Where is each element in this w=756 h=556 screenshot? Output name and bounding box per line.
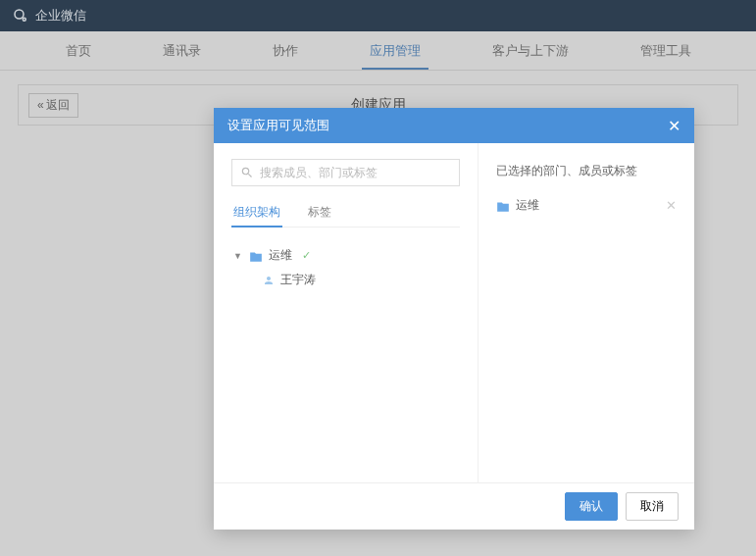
app-header: 企业微信 bbox=[0, 0, 756, 31]
check-icon: ✓ bbox=[302, 249, 311, 262]
org-tree: ▼ 运维 ✓ 王宇涛 bbox=[231, 237, 460, 292]
modal-footer: 确认 取消 bbox=[214, 482, 694, 530]
caret-down-icon: ▼ bbox=[233, 251, 243, 261]
tree-member-label: 王宇涛 bbox=[280, 272, 316, 288]
visibility-scope-modal: 设置应用可见范围 ✕ 组织架构 标签 ▼ 运维 ✓ bbox=[214, 108, 694, 530]
remove-icon[interactable]: ✕ bbox=[666, 198, 677, 213]
folder-icon bbox=[496, 200, 510, 212]
modal-header: 设置应用可见范围 ✕ bbox=[214, 108, 694, 143]
search-input[interactable] bbox=[260, 166, 451, 179]
search-icon bbox=[240, 166, 254, 179]
selector-panel: 组织架构 标签 ▼ 运维 ✓ 王宇涛 bbox=[214, 143, 479, 482]
app-name: 企业微信 bbox=[35, 7, 86, 25]
tree-member-row[interactable]: 王宇涛 bbox=[261, 268, 460, 292]
cancel-button[interactable]: 取消 bbox=[626, 492, 679, 521]
person-icon bbox=[263, 275, 275, 286]
svg-point-0 bbox=[15, 10, 24, 19]
confirm-button[interactable]: 确认 bbox=[565, 492, 618, 521]
selector-tabs: 组织架构 标签 bbox=[231, 198, 460, 227]
folder-icon bbox=[249, 250, 263, 262]
modal-body: 组织架构 标签 ▼ 运维 ✓ 王宇涛 已选择的部门、成员或标签 bbox=[214, 143, 694, 482]
tab-tags[interactable]: 标签 bbox=[306, 198, 333, 227]
tree-dept-label: 运维 bbox=[269, 247, 292, 264]
selected-item: 运维 ✕ bbox=[496, 193, 678, 218]
search-box[interactable] bbox=[231, 159, 460, 186]
close-icon[interactable]: ✕ bbox=[668, 117, 680, 135]
selected-item-content: 运维 bbox=[496, 197, 539, 214]
app-logo: 企业微信 bbox=[12, 7, 86, 25]
svg-point-1 bbox=[23, 18, 25, 21]
logo-icon bbox=[12, 7, 29, 25]
selected-item-label: 运维 bbox=[516, 197, 539, 214]
modal-title: 设置应用可见范围 bbox=[227, 117, 329, 134]
tree-children: 王宇涛 bbox=[231, 268, 460, 292]
tab-org-structure[interactable]: 组织架构 bbox=[231, 198, 282, 227]
selected-panel: 已选择的部门、成员或标签 运维 ✕ bbox=[479, 143, 695, 482]
selected-title: 已选择的部门、成员或标签 bbox=[496, 163, 678, 179]
tree-dept-row[interactable]: ▼ 运维 ✓ bbox=[231, 243, 460, 268]
